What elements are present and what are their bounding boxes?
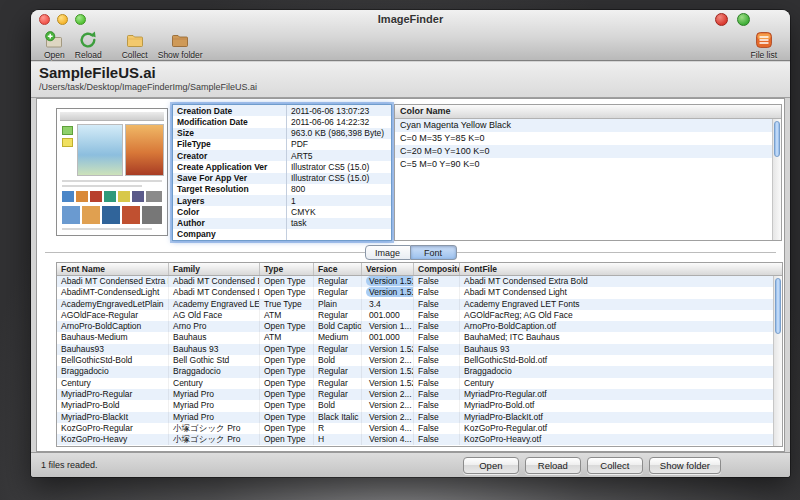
metadata-row[interactable]: Color CMYK <box>173 206 391 217</box>
column-header-fontfile[interactable]: FontFile <box>460 263 782 275</box>
metadata-row[interactable]: Layers 1 <box>173 195 391 206</box>
version-text: Version 2... <box>366 389 414 399</box>
font-table-row[interactable]: MyriadPro-Bold Myriad Pro Open Type Bold… <box>57 400 773 411</box>
font-table-row[interactable]: Century Century Open Type Regular Versio… <box>57 378 773 389</box>
font-table-row[interactable]: MyriadPro-BlackIt Myriad Pro Open Type B… <box>57 412 773 423</box>
footer-bar: 1 files readed. Open Reload Collect Show… <box>31 452 790 477</box>
metadata-row[interactable]: Create Application Ver Illustrator CS5 (… <box>173 161 391 172</box>
font-table-row[interactable]: Braggadocio Braggadocio Open Type Regula… <box>57 366 773 377</box>
version-text: Version 1... <box>366 321 414 331</box>
metadata-row[interactable]: Creation Date 2011-06-06 13:07:23 <box>173 105 391 116</box>
cell-composite: False <box>414 287 460 298</box>
cell-type: Open Type <box>260 423 314 434</box>
toolbar-collect-button[interactable]: Collect <box>117 29 153 61</box>
zoom-button[interactable] <box>75 14 86 25</box>
footer-reload-button[interactable]: Reload <box>525 457 581 474</box>
font-table-row[interactable]: Bauhaus-Medium Bauhaus ATM Medium 001.00… <box>57 332 773 343</box>
cell-face: R <box>314 423 362 434</box>
color-row[interactable]: Cyan Magenta Yellow Black <box>395 119 772 132</box>
font-table-row[interactable]: MyriadPro-Regular Myriad Pro Open Type R… <box>57 389 773 400</box>
toolbar-collect-label: Collect <box>122 50 148 60</box>
metadata-row[interactable]: Modification Date 2011-06-06 14:22:32 <box>173 116 391 127</box>
thumbnail-art <box>77 124 123 176</box>
font-table-row[interactable]: AGOldFace-Regular AG Old Face ATM Regula… <box>57 310 773 321</box>
version-text: Version 1.52 <box>366 366 414 376</box>
collect-folder-icon <box>125 30 145 50</box>
scrollbar-thumb[interactable] <box>774 121 780 157</box>
metadata-table[interactable]: Creation Date 2011-06-06 13:07:23 Modifi… <box>172 104 392 241</box>
footer-collect-button[interactable]: Collect <box>587 457 643 474</box>
tab-font[interactable]: Font <box>411 245 457 260</box>
column-header-version[interactable]: Version <box>362 263 414 275</box>
color-row[interactable]: C=5 M=0 Y=90 K=0 <box>395 158 772 171</box>
footer-open-button[interactable]: Open <box>463 457 519 474</box>
column-header-composite[interactable]: Composite <box>414 263 460 275</box>
aux-zoom-button[interactable] <box>737 13 750 26</box>
cell-version: Version 4... <box>362 423 414 434</box>
cell-type: Open Type <box>260 389 314 400</box>
cell-font-name: MyriadPro-Bold <box>57 400 169 411</box>
aux-close-button[interactable] <box>715 13 728 26</box>
cell-family: Bell Gothic Std <box>169 355 260 366</box>
minimize-button[interactable] <box>57 14 68 25</box>
cell-font-name: AbadiMT-CondensedLight <box>57 287 169 298</box>
tab-image[interactable]: Image <box>365 245 411 260</box>
metadata-value: CMYK <box>287 207 391 217</box>
column-header-face[interactable]: Face <box>314 263 362 275</box>
font-table-row[interactable]: AcademyEngravedLetPlain Academy Engraved… <box>57 299 773 310</box>
cell-composite: False <box>414 378 460 389</box>
metadata-row[interactable]: Save For App Ver Illustrator CS5 (15.0) <box>173 173 391 184</box>
cell-face: Bold <box>314 400 362 411</box>
cell-composite: False <box>414 366 460 377</box>
toolbar-open-button[interactable]: Open <box>39 29 70 61</box>
window-titlebar[interactable]: ImageFinder <box>31 10 790 29</box>
cell-type: ATM <box>260 310 314 321</box>
imagefinder-window: ImageFinder Open Reload <box>31 10 790 477</box>
cell-composite: False <box>414 344 460 355</box>
toolbar-reload-button[interactable]: Reload <box>70 29 107 61</box>
font-table-row[interactable]: Abadi MT Condensed Extra Bold Abadi MT C… <box>57 276 773 287</box>
color-panel-scrollbar[interactable] <box>772 119 781 240</box>
font-table-row[interactable]: Bauhaus93 Bauhaus 93 Open Type Regular V… <box>57 344 773 355</box>
cell-version: Version 1.51 <box>362 287 414 298</box>
metadata-row[interactable]: Target Resolution 800 <box>173 184 391 195</box>
scrollbar-thumb[interactable] <box>775 278 781 334</box>
version-text: 3.4 <box>366 299 384 309</box>
column-header-font-name[interactable]: Font Name <box>57 263 169 275</box>
column-header-type[interactable]: Type <box>260 263 314 275</box>
cell-family: Abadi MT Condensed E... <box>169 276 260 287</box>
cell-type: Open Type <box>260 344 314 355</box>
metadata-label: Layers <box>173 195 287 206</box>
cell-version: Version 1.52 <box>362 344 414 355</box>
cell-fontfile: BauhaMed; ITC Bauhaus <box>460 332 773 343</box>
toolbar-file-list-button[interactable]: File list <box>746 29 782 61</box>
font-table-row[interactable]: AbadiMT-CondensedLight Abadi MT Condense… <box>57 287 773 298</box>
toolbar-show-folder-button[interactable]: Show folder <box>153 29 208 61</box>
font-table-scrollbar[interactable] <box>773 276 782 446</box>
metadata-row[interactable]: Company <box>173 229 391 240</box>
font-table-row[interactable]: BellGothicStd-Bold Bell Gothic Std Open … <box>57 355 773 366</box>
cell-face: Medium <box>314 332 362 343</box>
toolbar-open-label: Open <box>44 50 65 60</box>
metadata-row[interactable]: FileType PDF <box>173 139 391 150</box>
metadata-row[interactable]: Author task <box>173 218 391 229</box>
cell-face: Plain <box>314 299 362 310</box>
color-row[interactable]: C=0 M=35 Y=85 K=0 <box>395 132 772 145</box>
color-row[interactable]: C=20 M=0 Y=100 K=0 <box>395 145 772 158</box>
font-table-row[interactable]: ArnoPro-BoldCaption Arno Pro Open Type B… <box>57 321 773 332</box>
metadata-row[interactable]: Size 963.0 KB (986,398 Byte) <box>173 128 391 139</box>
color-name-column-header[interactable]: Color Name <box>395 105 781 119</box>
file-header: SampleFileUS.ai /Users/task/Desktop/Imag… <box>31 62 790 98</box>
column-header-family[interactable]: Family <box>169 263 260 275</box>
font-table-row[interactable]: KozGoPro-Heavy 小塚ゴシック Pro Open Type H Ve… <box>57 434 773 445</box>
cell-type: Open Type <box>260 378 314 389</box>
show-folder-icon <box>170 30 190 50</box>
metadata-row[interactable]: Creator ART5 <box>173 150 391 161</box>
close-button[interactable] <box>39 14 50 25</box>
footer-show-folder-button[interactable]: Show folder <box>649 457 721 474</box>
cell-fontfile: MyriadPro-BlackIt.otf <box>460 412 773 423</box>
reload-icon <box>78 30 98 50</box>
cell-fontfile: Braggadocio <box>460 366 773 377</box>
font-table-row[interactable]: KozGoPro-Regular 小塚ゴシック Pro Open Type R … <box>57 423 773 434</box>
cell-version: Version 2... <box>362 355 414 366</box>
